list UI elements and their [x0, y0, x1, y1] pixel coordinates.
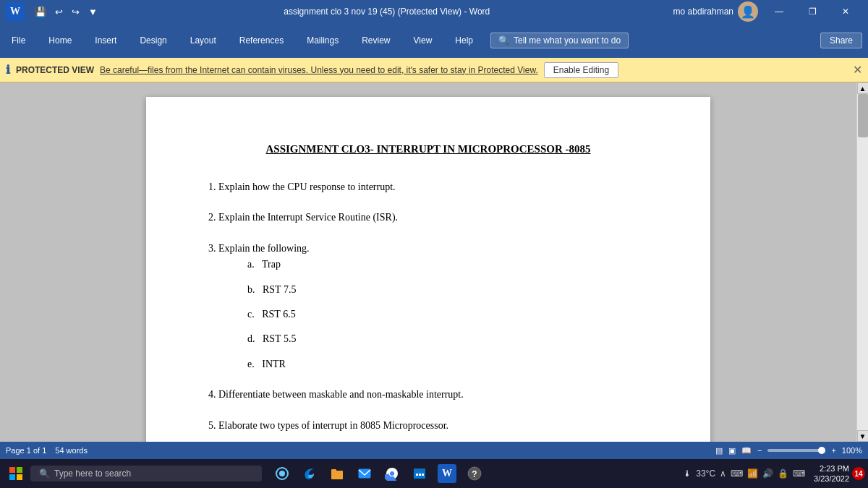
- search-icon: 🔍: [498, 35, 509, 46]
- sub-list-item: a. Trap: [247, 257, 652, 273]
- item-2-text: Explain the Interrupt Service Routine (I…: [218, 212, 398, 223]
- svg-rect-14: [414, 468, 425, 472]
- time-display: 2:23 PM: [814, 463, 849, 474]
- redo-qa-button[interactable]: ↪: [69, 5, 82, 19]
- title-bar-right: mo abdirahman 👤 — ❐ ✕: [673, 0, 862, 23]
- date-display: 3/23/2022: [814, 474, 849, 484]
- document-list: Explain how the CPU response to interrup…: [218, 179, 652, 434]
- item-4-text: Differentiate between maskable and non-m…: [218, 389, 464, 400]
- subitem-d-label: d.: [247, 333, 260, 344]
- qa-more-button[interactable]: ▼: [85, 5, 101, 19]
- tab-mailings[interactable]: Mailings: [301, 33, 344, 48]
- wifi-icon[interactable]: 📶: [747, 468, 758, 479]
- subitem-e-text: INTR: [262, 359, 286, 369]
- taskbar-chrome[interactable]: [379, 461, 405, 487]
- vertical-scrollbar[interactable]: ▲ ▼: [856, 82, 868, 442]
- notification-badge[interactable]: 14: [852, 467, 865, 480]
- svg-rect-7: [331, 469, 336, 472]
- close-button[interactable]: ✕: [829, 0, 862, 23]
- search-placeholder: Type here to search: [54, 468, 131, 479]
- protected-message[interactable]: Be careful—files from the Internet can c…: [100, 65, 538, 75]
- view-layout-icon[interactable]: ▣: [728, 446, 736, 455]
- restore-button[interactable]: ❐: [796, 0, 829, 23]
- document-area: ASSIGNMENT CLO3- INTERRUPT IN MICROPROCE…: [0, 82, 868, 442]
- svg-point-12: [390, 471, 394, 476]
- tab-references[interactable]: References: [234, 33, 289, 48]
- view-read-icon[interactable]: 📖: [741, 446, 752, 455]
- subitem-b-label: b.: [247, 284, 260, 295]
- subitem-e-label: e.: [247, 359, 260, 369]
- tab-insert[interactable]: Insert: [89, 33, 122, 48]
- tab-view[interactable]: View: [408, 33, 438, 48]
- view-normal-icon[interactable]: ▤: [715, 446, 723, 455]
- status-bar: Page 1 of 1 54 words ▤ ▣ 📖 − + 100%: [0, 442, 868, 459]
- minimize-button[interactable]: —: [762, 0, 796, 23]
- list-item: Elaborate two types of interrupt in 8085…: [218, 418, 652, 434]
- subitem-a-text: Trap: [262, 259, 281, 270]
- taskbar-mail[interactable]: [352, 461, 378, 487]
- tell-me-box[interactable]: 🔍 Tell me what you want to do: [490, 33, 629, 48]
- close-bar-button[interactable]: ✕: [853, 63, 862, 77]
- tab-review[interactable]: Review: [356, 33, 396, 48]
- subitem-c-label: c.: [247, 309, 260, 320]
- tab-home[interactable]: Home: [43, 33, 77, 48]
- taskbar-question[interactable]: ?: [461, 461, 488, 487]
- zoom-thumb: [818, 447, 825, 454]
- zoom-minus-icon[interactable]: −: [757, 446, 762, 455]
- chevron-icon[interactable]: ∧: [720, 468, 726, 479]
- svg-rect-1: [17, 467, 22, 473]
- taskbar-clock[interactable]: 2:23 PM 3/23/2022: [814, 463, 849, 484]
- window-controls: — ❐ ✕: [762, 0, 862, 23]
- start-button[interactable]: [3, 461, 29, 487]
- keyboard-icon: ⌨: [731, 468, 743, 479]
- taskbar-search-box[interactable]: 🔍 Type here to search: [30, 466, 262, 481]
- tab-design[interactable]: Design: [134, 33, 172, 48]
- sub-list-item: e. INTR: [247, 356, 652, 372]
- mail-icon: [357, 466, 372, 481]
- taskbar-word[interactable]: W: [434, 461, 460, 487]
- lock-icon: 🔒: [778, 468, 788, 479]
- scroll-down-arrow[interactable]: ▼: [857, 430, 869, 442]
- taskbar-cortana[interactable]: [269, 461, 295, 487]
- word-taskbar-icon: W: [438, 464, 456, 483]
- scroll-track[interactable]: [857, 94, 869, 430]
- user-avatar[interactable]: 👤: [738, 1, 758, 22]
- tab-file[interactable]: File: [6, 33, 31, 48]
- document-scroll[interactable]: ASSIGNMENT CLO3- INTERRUPT IN MICROPROCE…: [0, 82, 856, 442]
- list-item: Differentiate between maskable and non-m…: [218, 387, 652, 403]
- save-qa-button[interactable]: 💾: [32, 5, 49, 19]
- taskbar: 🔍 Type here to search: [0, 459, 868, 488]
- taskbar-calendar[interactable]: [407, 461, 433, 487]
- username-label: mo abdirahman: [673, 7, 733, 17]
- taskbar-apps: W ?: [269, 461, 488, 487]
- share-button[interactable]: Share: [820, 33, 862, 48]
- word-count: 54 words: [55, 446, 88, 455]
- system-tray: 🌡 33°C ∧ ⌨ 📶 🔊 🔒 ⌨: [677, 468, 811, 479]
- undo-qa-button[interactable]: ↩: [52, 5, 66, 19]
- scroll-up-arrow[interactable]: ▲: [857, 82, 869, 94]
- enable-editing-button[interactable]: Enable Editing: [544, 62, 618, 78]
- scroll-thumb[interactable]: [858, 94, 868, 137]
- zoom-plus-icon[interactable]: +: [831, 446, 835, 455]
- item-3-text: Explain the following.: [218, 243, 310, 254]
- subitem-d-text: RST 5.5: [263, 333, 296, 344]
- search-icon: 🔍: [39, 468, 50, 479]
- taskbar-explorer[interactable]: [324, 461, 350, 487]
- document-title: assignment clo 3 nov 19 (45) (Protected …: [101, 7, 673, 17]
- temperature-label: 33°C: [696, 468, 715, 479]
- speaker-icon[interactable]: 🔊: [762, 468, 773, 479]
- taskbar-right-area: 🌡 33°C ∧ ⌨ 📶 🔊 🔒 ⌨ 2:23 PM 3/23/2022 14: [677, 463, 865, 484]
- zoom-slider[interactable]: [767, 449, 825, 452]
- keyboard2-icon: ⌨: [793, 468, 805, 479]
- temp-icon: 🌡: [683, 468, 692, 479]
- zoom-level: 100%: [842, 446, 862, 455]
- taskbar-edge[interactable]: [297, 461, 323, 487]
- svg-text:?: ?: [472, 469, 477, 479]
- title-bar: W 💾 ↩ ↪ ▼ assignment clo 3 nov 19 (45) (…: [0, 0, 868, 23]
- folder-icon: [330, 466, 344, 481]
- info-icon: ℹ: [6, 63, 10, 77]
- tab-layout[interactable]: Layout: [184, 33, 222, 48]
- document-page: ASSIGNMENT CLO3- INTERRUPT IN MICROPROCE…: [146, 97, 710, 442]
- word-app-icon: W: [6, 2, 25, 21]
- tab-help[interactable]: Help: [449, 33, 479, 48]
